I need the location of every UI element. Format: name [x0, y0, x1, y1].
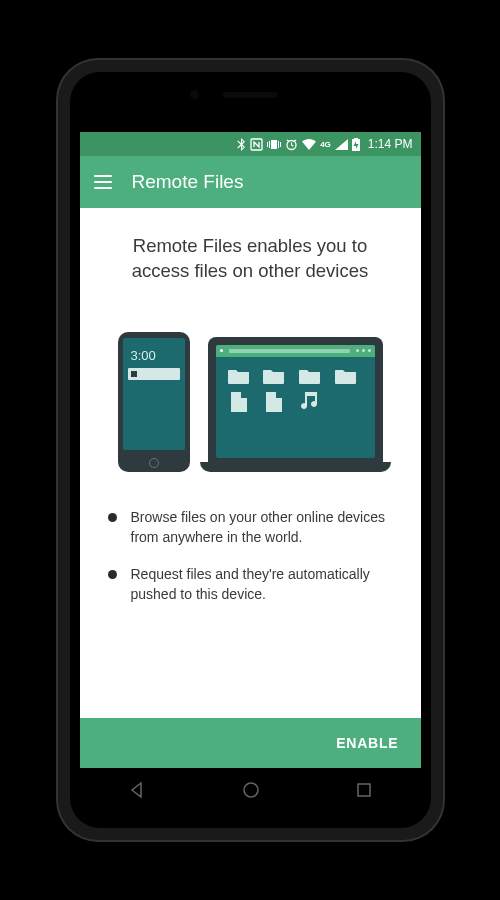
music-icon	[299, 393, 321, 411]
device-camera	[190, 90, 199, 99]
battery-charging-icon	[352, 138, 360, 151]
folder-icon	[335, 367, 357, 385]
vibrate-icon	[267, 138, 281, 151]
android-nav-bar	[80, 770, 421, 810]
document-icon	[228, 393, 250, 411]
status-icons: 4G	[236, 138, 360, 151]
status-time: 1:14 PM	[368, 137, 413, 151]
folder-icon	[263, 367, 285, 385]
alarm-icon	[285, 138, 298, 151]
illustration-laptop	[208, 337, 383, 472]
illustration-phone-clock: 3:00	[131, 348, 156, 363]
bluetooth-icon	[236, 138, 246, 151]
signal-icon	[335, 139, 348, 150]
app-bar: Remote Files	[80, 156, 421, 208]
bullet-dot-icon	[108, 513, 117, 522]
illustration-laptop-files	[216, 357, 375, 421]
bullet-list: Browse files on your other online device…	[102, 508, 399, 622]
enable-button[interactable]: ENABLE	[336, 735, 398, 751]
svg-point-2	[244, 783, 258, 797]
nfc-icon	[250, 138, 263, 151]
status-bar: 4G 1:14 PM	[80, 132, 421, 156]
document-icon	[263, 393, 285, 411]
nav-home-button[interactable]	[242, 781, 260, 799]
folder-icon	[299, 367, 321, 385]
network-label: 4G	[320, 140, 331, 149]
nav-recent-button[interactable]	[356, 782, 372, 798]
hamburger-icon[interactable]	[94, 175, 112, 189]
svg-rect-3	[358, 784, 370, 796]
device-frame: 4G 1:14 PM Remote Files Remote Files ena…	[58, 60, 443, 840]
illustration-laptop-topbar	[216, 345, 375, 357]
illustration-phone: 3:00	[118, 332, 190, 472]
illustration: 3:00	[102, 312, 399, 472]
device-inner: 4G 1:14 PM Remote Files Remote Files ena…	[70, 72, 431, 828]
nav-back-button[interactable]	[128, 781, 146, 799]
screen: 4G 1:14 PM Remote Files Remote Files ena…	[80, 132, 421, 768]
headline: Remote Files enables you to access files…	[102, 234, 399, 284]
bullet-text: Browse files on your other online device…	[131, 508, 393, 547]
wifi-icon	[302, 139, 316, 150]
app-title: Remote Files	[132, 171, 244, 193]
bottom-bar: ENABLE	[80, 718, 421, 768]
folder-icon	[228, 367, 250, 385]
illustration-phone-home	[149, 458, 159, 468]
device-speaker	[223, 92, 278, 98]
bullet-item: Request files and they're automatically …	[108, 565, 393, 604]
bullet-dot-icon	[108, 570, 117, 579]
content-area: Remote Files enables you to access files…	[80, 208, 421, 718]
bullet-item: Browse files on your other online device…	[108, 508, 393, 547]
illustration-phone-notification	[128, 368, 180, 380]
bullet-text: Request files and they're automatically …	[131, 565, 393, 604]
